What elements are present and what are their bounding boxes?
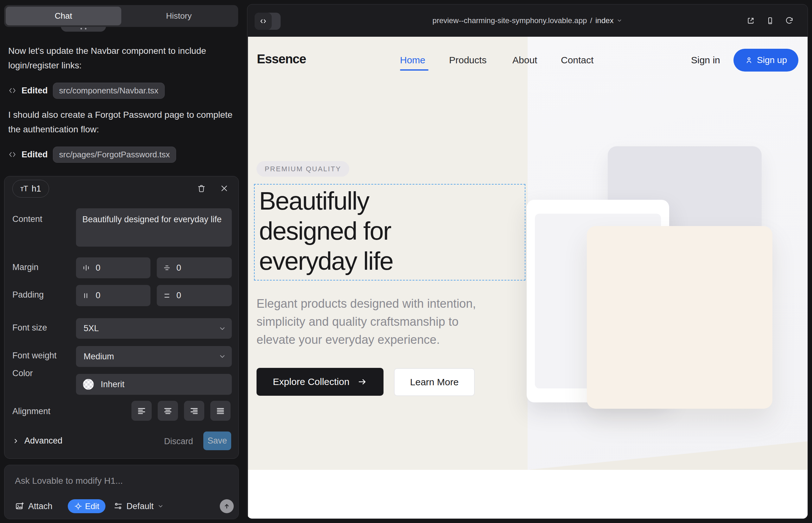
close-editor-button[interactable] [217, 181, 231, 195]
code-icon [8, 150, 16, 159]
file-path-pill[interactable]: src/components/Navbar.tsx [53, 83, 165, 99]
align-center-icon [163, 407, 172, 415]
next-section-background [248, 470, 808, 519]
sign-up-label: Sign up [757, 55, 787, 65]
align-left-icon [137, 407, 146, 415]
decorative-card-beige [587, 226, 772, 409]
advanced-label: Advanced [24, 436, 63, 446]
selected-element-tag-pill[interactable]: тT h1 [12, 180, 49, 198]
hero-section: Essence Home Products About Contact Sign… [248, 37, 808, 470]
nav-link-about[interactable]: About [512, 55, 537, 66]
hero-description: Elegant products designed with intention… [257, 295, 476, 349]
chevron-right-icon [12, 437, 19, 445]
color-swatch-transparent [83, 379, 94, 390]
open-external-button[interactable] [746, 16, 755, 25]
sign-in-link[interactable]: Sign in [691, 55, 720, 66]
chevron-down-icon [218, 353, 226, 360]
site-preview: Essence Home Products About Contact Sign… [248, 37, 808, 519]
attach-label: Attach [28, 502, 53, 511]
padding-x-input[interactable]: 0 [76, 285, 151, 306]
active-nav-underline [400, 69, 428, 71]
align-justify-icon [216, 407, 225, 415]
content-textarea[interactable]: Beautifully designed for everyday life [76, 208, 232, 247]
browser-actions [746, 16, 794, 25]
close-icon [220, 184, 228, 193]
attach-image-icon [15, 502, 24, 511]
chevron-down-icon [218, 325, 226, 332]
page-name: index [595, 16, 614, 25]
chevron-down-icon [617, 18, 622, 23]
align-center-button[interactable] [158, 401, 178, 421]
hero-badge: PREMIUM QUALITY [257, 161, 349, 177]
align-right-button[interactable] [184, 401, 204, 421]
advanced-toggle[interactable]: Advanced [12, 436, 63, 446]
target-icon [74, 502, 82, 510]
learn-more-button[interactable]: Learn More [394, 368, 475, 396]
margin-label: Margin [12, 263, 39, 272]
file-path-pill[interactable]: src/pages/ForgotPassword.tsx [53, 147, 176, 163]
explore-collection-button[interactable]: Explore Collection [257, 368, 384, 396]
chat-composer[interactable]: Ask Lovable to modify H1... Attach Edit … [4, 465, 239, 519]
content-label: Content [12, 214, 42, 224]
color-label: Color [12, 368, 33, 378]
send-button[interactable] [220, 499, 234, 513]
font-size-select[interactable]: 5XL [76, 318, 232, 339]
refresh-button[interactable] [785, 16, 794, 25]
margin-y-input[interactable]: 0 [157, 257, 232, 278]
margin-y-icon [163, 264, 171, 272]
trash-icon [197, 184, 206, 193]
composer-input[interactable]: Ask Lovable to modify H1... [15, 476, 123, 486]
nav-link-contact[interactable]: Contact [561, 55, 594, 66]
attach-button[interactable]: Attach [15, 502, 53, 511]
lovable-app: Chat History Now let's update the Navbar… [0, 0, 812, 523]
mobile-view-button[interactable] [766, 16, 774, 25]
chat-history-tabbar: Chat History [4, 5, 238, 27]
discard-button[interactable]: Discard [164, 437, 193, 446]
assistant-message: Now let's update the Navbar component to… [8, 44, 234, 73]
tab-history[interactable]: History [121, 7, 237, 25]
delete-element-button[interactable] [194, 181, 208, 195]
align-justify-button[interactable] [210, 401, 231, 421]
color-field[interactable]: Inherit [76, 374, 232, 395]
mode-label: Default [126, 502, 154, 511]
preview-browser-frame: preview--charming-site-symphony.lovable.… [247, 4, 808, 519]
nav-link-home[interactable]: Home [400, 55, 425, 66]
url-separator: / [590, 16, 592, 25]
element-tag-label: h1 [32, 184, 41, 194]
font-size-label: Font size [12, 323, 47, 333]
sign-up-button[interactable]: Sign up [734, 49, 798, 72]
sliders-icon [114, 502, 123, 511]
font-weight-label: Font weight [12, 351, 57, 361]
arrow-up-icon [223, 502, 231, 510]
align-right-icon [190, 407, 198, 415]
site-logo[interactable]: Essence [257, 52, 306, 66]
edited-file-row: Edited src/pages/ForgotPassword.tsx [8, 146, 176, 163]
ellipsis-dot [81, 28, 82, 30]
font-weight-select[interactable]: Medium [76, 346, 232, 367]
padding-y-input[interactable]: 0 [157, 285, 232, 306]
explore-collection-label: Explore Collection [273, 376, 350, 387]
margin-x-icon [82, 264, 90, 272]
user-icon [745, 56, 753, 64]
chevron-down-icon [157, 503, 164, 509]
hero-heading[interactable]: Beautifully designed for everyday life [259, 186, 393, 276]
edited-file-row: Edited src/components/Navbar.tsx [8, 82, 165, 99]
selected-element-outline[interactable]: Beautifully designed for everyday life [254, 184, 525, 281]
alignment-label: Alignment [12, 407, 50, 416]
nav-link-products[interactable]: Products [449, 55, 487, 66]
margin-x-input[interactable]: 0 [76, 257, 151, 278]
save-button[interactable]: Save [203, 432, 231, 450]
mode-selector[interactable]: Default [114, 502, 164, 511]
edited-label: Edited [21, 86, 48, 96]
padding-x-icon [82, 292, 90, 300]
padding-label: Padding [12, 290, 44, 300]
code-icon [8, 86, 16, 95]
element-editor-panel: тT h1 Content Beautifully designed for e… [4, 176, 239, 459]
typography-icon: тT [20, 184, 28, 193]
tab-chat[interactable]: Chat [6, 7, 121, 25]
composer-toolbar: Attach Edit Default [15, 499, 229, 513]
padding-y-icon [163, 292, 171, 300]
url-bar[interactable]: preview--charming-site-symphony.lovable.… [247, 4, 808, 37]
align-left-button[interactable] [131, 401, 152, 421]
edit-mode-pill[interactable]: Edit [68, 499, 106, 513]
